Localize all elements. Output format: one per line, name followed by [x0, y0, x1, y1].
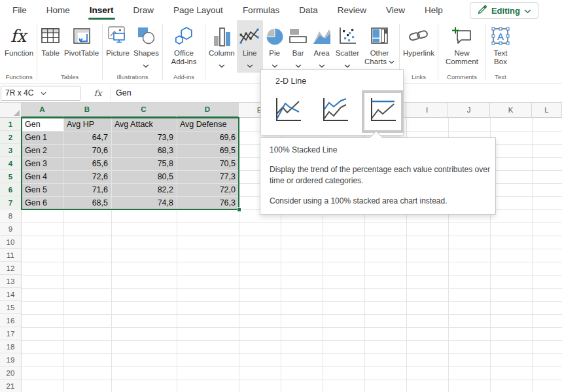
picture-button[interactable]: Picture [104, 20, 132, 73]
row-header-15[interactable]: 15 [0, 301, 22, 314]
stacked-line-chart-option[interactable] [315, 91, 355, 132]
cell[interactable]: 69,5 [177, 144, 239, 157]
cell[interactable]: 82,2 [111, 183, 177, 196]
column-header-C[interactable]: C [111, 103, 177, 118]
cell[interactable]: 64,7 [63, 131, 111, 144]
group-label-tables: Tables [39, 73, 101, 83]
shapes-button[interactable]: Shapes [132, 20, 161, 73]
office-addins-button[interactable]: Office Add-ins [164, 20, 203, 73]
menu-tab-help[interactable]: Help [415, 0, 453, 20]
text-box-button[interactable]: A Text Box [487, 20, 514, 73]
row-header-8[interactable]: 8 [0, 209, 22, 223]
cell[interactable]: Avg HP [63, 118, 111, 131]
row-header-4[interactable]: 4 [0, 157, 22, 170]
row-header-6[interactable]: 6 [0, 183, 22, 196]
row-header-1[interactable]: 1 [0, 118, 22, 131]
menu-tab-review[interactable]: Review [328, 0, 376, 20]
column-header-D[interactable]: D [177, 103, 239, 118]
column-chart-button[interactable]: Column [207, 20, 237, 73]
tooltip-title: 100% Stacked Line [270, 145, 490, 154]
row-header-11[interactable]: 11 [0, 249, 22, 262]
cell[interactable]: Gen 2 [22, 144, 63, 157]
cell[interactable]: 70,5 [177, 157, 239, 170]
editing-mode-button[interactable]: Editing [470, 2, 538, 19]
row-header-18[interactable]: 18 [0, 340, 22, 353]
cell[interactable]: Gen 5 [22, 183, 63, 196]
menu-tab-insert[interactable]: Insert [80, 0, 124, 20]
column-header-K[interactable]: K [490, 103, 532, 118]
cell[interactable]: Gen 3 [22, 157, 63, 170]
cell[interactable]: Avg Attack [111, 118, 177, 131]
cell[interactable]: Gen [22, 118, 63, 131]
hyperlink-button[interactable]: Hyperlink [401, 20, 436, 73]
column-header-L[interactable]: L [532, 103, 562, 118]
cell[interactable]: 69,6 [177, 131, 239, 144]
row-header-3[interactable]: 3 [0, 144, 22, 157]
cell[interactable]: 75,8 [111, 157, 177, 170]
row-header-20[interactable]: 20 [0, 366, 22, 380]
pie-chart-button[interactable]: Pie [263, 20, 287, 73]
menu-tab-home[interactable]: Home [37, 0, 80, 20]
row-header-2[interactable]: 2 [0, 131, 22, 144]
cell[interactable]: 68,5 [63, 196, 111, 209]
pivottable-button[interactable]: PivotTable [62, 20, 101, 73]
new-comment-button[interactable]: New Comment [440, 20, 484, 73]
function-button[interactable]: fx Function [3, 20, 35, 73]
cell[interactable]: 77,3 [177, 170, 239, 183]
name-box[interactable]: 7R x 4C [1, 86, 80, 101]
cell[interactable]: 70,6 [63, 144, 111, 157]
column-header-J[interactable]: J [448, 103, 490, 118]
row-header-9[interactable]: 9 [0, 223, 22, 236]
cell[interactable]: Avg Defense [177, 118, 239, 131]
pivottable-label: PivotTable [64, 49, 99, 58]
row-header-16[interactable]: 16 [0, 314, 22, 327]
cell[interactable]: Gen 1 [22, 131, 63, 144]
cell[interactable]: 65,6 [63, 157, 111, 170]
line-chart-option[interactable] [268, 91, 308, 132]
column-header-A[interactable]: A [22, 103, 63, 118]
row-header-12[interactable]: 12 [0, 262, 22, 275]
cell[interactable]: 72,0 [177, 183, 239, 196]
scatter-chart-button[interactable]: Scatter [334, 20, 361, 73]
fx-icon[interactable]: fx [86, 86, 111, 101]
bar-chart-icon [289, 24, 308, 48]
table-button[interactable]: Table [39, 20, 62, 73]
row-header-5[interactable]: 5 [0, 170, 22, 183]
cell[interactable]: 74,8 [111, 196, 177, 209]
menu-tab-page-layout[interactable]: Page Layout [164, 0, 233, 20]
fill-handle[interactable] [237, 207, 241, 212]
100-stacked-line-chart-option-icon [367, 96, 398, 125]
cell[interactable]: 76,3 [177, 196, 239, 209]
cell[interactable]: 80,5 [111, 170, 177, 183]
row-header-21[interactable]: 21 [0, 380, 22, 392]
area-chart-button[interactable]: Area [310, 20, 334, 73]
menu-tab-formulas[interactable]: Formulas [233, 0, 289, 20]
menu-tab-view[interactable]: View [376, 0, 415, 20]
select-all-corner[interactable] [0, 103, 22, 118]
menu-tab-file[interactable]: File [3, 0, 37, 20]
gridline [22, 236, 562, 236]
row-header-7[interactable]: 7 [0, 196, 22, 209]
cell[interactable]: 73,9 [111, 131, 177, 144]
other-charts-button[interactable]: Other Charts [361, 20, 398, 73]
100-stacked-line-chart-option[interactable] [362, 90, 404, 133]
cell[interactable]: Gen 6 [22, 196, 63, 209]
pie-chart-icon [265, 24, 285, 48]
cell[interactable]: Gen 4 [22, 170, 63, 183]
cell[interactable]: 72,6 [63, 170, 111, 183]
column-header-B[interactable]: B [63, 103, 111, 118]
line-chart-button[interactable]: Line [237, 20, 263, 73]
cell[interactable]: 71,6 [63, 183, 111, 196]
row-header-14[interactable]: 14 [0, 288, 22, 301]
row-header-13[interactable]: 13 [0, 275, 22, 288]
bar-chart-button[interactable]: Bar [287, 20, 310, 73]
menu-tab-data[interactable]: Data [289, 0, 328, 20]
row-header-10[interactable]: 10 [0, 236, 22, 249]
gridline [22, 288, 562, 289]
line-chart-dropdown: 2-D Line [260, 69, 404, 135]
cell[interactable]: 68,3 [111, 144, 177, 157]
row-header-17[interactable]: 17 [0, 327, 22, 340]
menu-tab-draw[interactable]: Draw [124, 0, 164, 20]
row-header-19[interactable]: 19 [0, 353, 22, 366]
column-header-I[interactable]: I [406, 103, 448, 118]
